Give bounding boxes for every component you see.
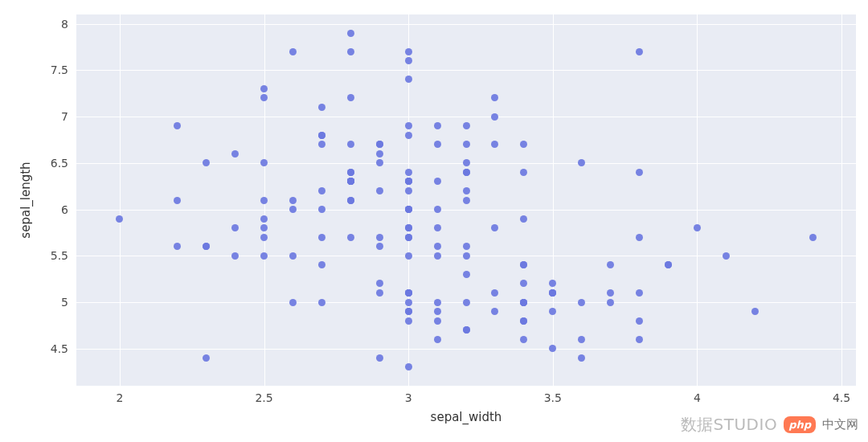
data-point: [376, 234, 383, 241]
watermark-badge: php: [784, 416, 816, 433]
y-axis-label: sepal_length: [18, 162, 33, 238]
data-point: [463, 243, 470, 250]
x-tick: 3.5: [544, 392, 562, 403]
data-point: [405, 206, 412, 213]
data-point: [405, 48, 412, 55]
data-point: [491, 224, 498, 231]
data-point: [520, 317, 527, 325]
data-point: [723, 252, 730, 260]
data-point: [318, 261, 326, 268]
data-point: [405, 363, 412, 370]
y-tick: 5.5: [51, 250, 68, 261]
data-point: [636, 289, 643, 297]
data-point: [376, 150, 383, 158]
data-point: [289, 206, 297, 213]
data-point: [260, 159, 268, 166]
data-point: [289, 252, 297, 260]
data-point: [434, 336, 441, 343]
data-point: [491, 289, 498, 297]
data-point: [636, 234, 643, 241]
data-point: [231, 224, 239, 231]
data-point: [636, 169, 643, 176]
data-point: [289, 299, 297, 306]
data-point: [520, 215, 527, 223]
data-point: [520, 261, 527, 268]
data-point: [405, 169, 412, 176]
data-point: [694, 224, 701, 231]
data-point: [260, 85, 268, 92]
data-point: [405, 234, 412, 241]
data-point: [520, 336, 527, 343]
data-point: [405, 178, 412, 185]
data-point: [347, 197, 354, 204]
data-point: [203, 159, 210, 166]
data-point: [318, 187, 326, 194]
data-point: [405, 132, 412, 139]
data-point: [405, 122, 412, 129]
y-tick: 6: [61, 204, 68, 215]
data-point: [463, 122, 470, 129]
y-tick: 7.5: [51, 64, 68, 76]
data-point: [520, 299, 527, 306]
data-point: [434, 243, 441, 250]
data-point: [318, 234, 326, 241]
data-point: [520, 169, 527, 176]
data-point: [318, 132, 326, 139]
data-point: [376, 141, 383, 148]
data-point: [520, 141, 527, 148]
data-point: [434, 178, 441, 185]
y-tick: 7: [61, 111, 68, 122]
watermark-cn: 中文网: [822, 417, 858, 432]
data-point: [203, 243, 210, 250]
data-point: [174, 122, 181, 129]
data-point: [463, 326, 470, 334]
y-tick: 4.5: [51, 343, 68, 354]
data-point: [463, 271, 470, 278]
data-point: [347, 48, 354, 55]
data-point: [405, 289, 412, 297]
data-point: [376, 354, 383, 362]
data-point: [405, 187, 412, 194]
data-point: [607, 261, 614, 268]
data-point: [463, 169, 470, 176]
data-point: [549, 345, 556, 352]
data-point: [347, 141, 354, 148]
data-point: [578, 336, 585, 343]
data-point: [174, 243, 181, 250]
data-point: [549, 289, 556, 297]
data-point: [463, 252, 470, 260]
data-point: [434, 141, 441, 148]
data-point: [636, 336, 643, 343]
x-tick: 4.5: [833, 392, 850, 403]
data-point: [260, 94, 268, 101]
data-point: [549, 280, 556, 287]
data-point: [203, 354, 210, 362]
data-point: [318, 299, 326, 306]
data-point: [405, 224, 412, 231]
data-point: [434, 122, 441, 129]
data-point: [665, 261, 672, 268]
data-point: [260, 234, 268, 241]
data-point: [578, 354, 585, 362]
data-point: [434, 317, 441, 325]
data-point: [260, 197, 268, 204]
data-point: [463, 187, 470, 194]
data-point: [260, 252, 268, 260]
y-tick: 5: [61, 297, 68, 308]
plot-area: [76, 14, 856, 386]
data-point: [116, 215, 123, 223]
data-point: [376, 243, 383, 250]
x-axis-label: sepal_width: [431, 410, 502, 424]
data-point: [578, 159, 585, 166]
data-point: [491, 113, 498, 121]
data-point: [347, 94, 354, 101]
data-point: [260, 215, 268, 223]
data-point: [578, 299, 585, 306]
data-point: [347, 30, 354, 37]
y-tick: 6.5: [51, 158, 68, 169]
data-point: [231, 252, 239, 260]
data-point: [405, 317, 412, 325]
data-point: [347, 234, 354, 241]
data-point: [491, 141, 498, 148]
data-point: [376, 187, 383, 194]
